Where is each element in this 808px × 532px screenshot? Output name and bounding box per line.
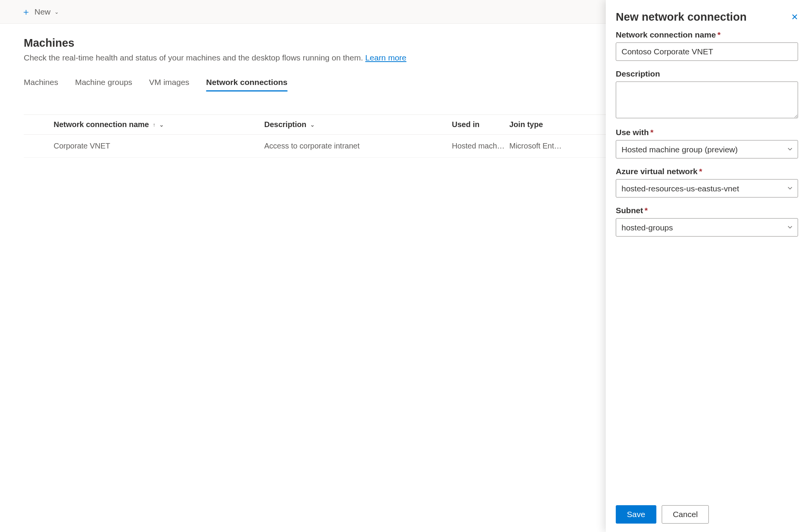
cell-name: Corporate VNET <box>54 142 264 150</box>
new-connection-panel: New network connection ✕ Network connect… <box>606 0 808 532</box>
save-button[interactable]: Save <box>616 505 656 524</box>
subnet-label: Subnet* <box>616 206 798 215</box>
new-button-label: New <box>34 7 51 16</box>
use-with-label: Use with* <box>616 128 798 137</box>
close-icon[interactable]: ✕ <box>791 13 798 21</box>
chevron-down-icon: ⌄ <box>159 122 164 128</box>
cell-description: Access to corporate intranet <box>264 142 452 150</box>
azure-vnet-label: Azure virtual network* <box>616 167 798 176</box>
tab-vm-images[interactable]: VM images <box>149 78 189 91</box>
use-with-label-text: Use with <box>616 128 649 137</box>
use-with-select[interactable]: Hosted machine group (preview) <box>616 140 798 158</box>
name-input[interactable] <box>616 42 798 61</box>
panel-title: New network connection <box>616 11 747 23</box>
description-label: Description <box>616 69 798 78</box>
required-indicator: * <box>699 167 702 176</box>
azure-vnet-select[interactable]: hosted-resources-us-eastus-vnet <box>616 179 798 197</box>
column-header-join-type[interactable]: Join type <box>509 120 578 129</box>
required-indicator: * <box>717 30 720 39</box>
panel-body: Network connection name* Description Use… <box>606 30 808 497</box>
page-subtitle-text: Check the real-time health and status of… <box>24 53 365 62</box>
sort-ascending-icon: ↑ <box>153 122 155 128</box>
cancel-button[interactable]: Cancel <box>662 505 709 524</box>
tab-machine-groups[interactable]: Machine groups <box>75 78 132 91</box>
required-indicator: * <box>644 206 648 215</box>
subnet-label-text: Subnet <box>616 206 643 215</box>
column-header-name-label: Network connection name <box>54 120 149 129</box>
field-group-subnet: Subnet* hosted-groups <box>616 206 798 237</box>
field-group-name: Network connection name* <box>616 30 798 61</box>
column-header-used-in[interactable]: Used in <box>452 120 509 129</box>
field-group-use-with: Use with* Hosted machine group (preview) <box>616 128 798 158</box>
panel-header: New network connection ✕ <box>606 0 808 30</box>
tab-machines[interactable]: Machines <box>24 78 58 91</box>
subnet-select[interactable]: hosted-groups <box>616 218 798 237</box>
description-input[interactable] <box>616 82 798 118</box>
chevron-down-icon: ⌄ <box>54 9 59 15</box>
tab-network-connections[interactable]: Network connections <box>206 78 287 91</box>
name-label: Network connection name* <box>616 30 798 39</box>
plus-icon: ＋ <box>21 6 31 18</box>
cell-used-in: Hosted mach… <box>452 142 509 150</box>
field-group-azure-vnet: Azure virtual network* hosted-resources-… <box>616 167 798 197</box>
field-group-description: Description <box>616 69 798 119</box>
column-header-description[interactable]: Description ⌄ <box>264 120 452 129</box>
column-header-description-label: Description <box>264 120 306 129</box>
azure-vnet-label-text: Azure virtual network <box>616 167 698 176</box>
panel-footer: Save Cancel <box>606 497 808 532</box>
learn-more-link[interactable]: Learn more <box>365 53 406 62</box>
chevron-down-icon: ⌄ <box>310 122 315 128</box>
required-indicator: * <box>650 128 653 137</box>
column-header-name[interactable]: Network connection name ↑ ⌄ <box>54 120 264 129</box>
name-label-text: Network connection name <box>616 30 716 39</box>
cell-join-type: Microsoft Ent… <box>509 142 578 150</box>
new-button[interactable]: ＋ New ⌄ <box>21 6 59 18</box>
